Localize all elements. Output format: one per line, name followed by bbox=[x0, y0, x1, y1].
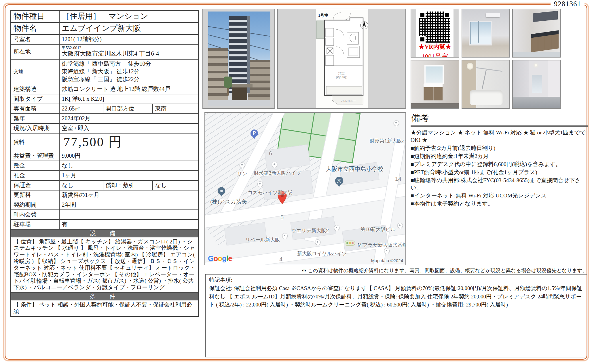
remark-line: ■プレミアデスク代の中に登録料6,600円(税込)を含みます。 bbox=[411, 161, 588, 168]
table-row: 賃料 77,500 円 bbox=[11, 133, 199, 151]
row-value: 新賃料の1ヶ月 bbox=[59, 190, 199, 200]
range-hood bbox=[533, 11, 558, 22]
room-photo-panel bbox=[462, 9, 510, 58]
table-row: 号室名 1201( 12階部分) bbox=[11, 35, 199, 44]
property-table: 物件種目 ［住居用］ マンション 物件名 エムブイインプ新大阪 号室名 1201… bbox=[10, 10, 199, 317]
table-row: 間取タイプ 1K[ 洋6.1 x K2.0] bbox=[11, 94, 199, 104]
row-value: 空室 / 即入 bbox=[59, 123, 199, 133]
map-label: 5 bbox=[280, 214, 284, 221]
map-label: 14 bbox=[395, 176, 401, 182]
remark-line: ■解約予告:2カ月前(退去時日割り) bbox=[411, 144, 588, 152]
map-label: M’プラザ新大阪弐番館 bbox=[358, 242, 406, 248]
floor-plan-panel: 1号室 MB bbox=[277, 9, 406, 109]
access-line: 御堂筋線「 西中島南方」 徒歩10分 bbox=[62, 60, 196, 68]
map-label: 財形第3新大阪ハイツ bbox=[254, 170, 301, 176]
table-row: 礼金 1ヶ月 bbox=[11, 171, 199, 180]
window-sash bbox=[478, 21, 479, 43]
table-row: 物件種目 ［住居用］ マンション bbox=[11, 10, 199, 22]
row-label: 保証金 bbox=[11, 180, 59, 190]
hallway-photo-panel bbox=[512, 60, 561, 109]
map-label: 4 bbox=[279, 256, 282, 263]
table-row: 建築構造 鉄筋コンクリート 造 地上12階 総戸数44戸 bbox=[11, 84, 199, 94]
access-line: 阪急宝塚線「 三国」 徒歩22分 bbox=[62, 75, 196, 83]
row-label: 間取タイプ bbox=[11, 94, 59, 104]
remark-line: ■本物件は電子契約となります。 bbox=[411, 200, 588, 207]
row-value: 2024年02月 bbox=[59, 114, 199, 123]
special-notes-text: 保証会社: 保証会社利用必須 Casa ※CASAからの審査になります【 CAS… bbox=[209, 284, 583, 309]
remark-line: ■インターネット:無料 Wi-Fi 対応 UCOM光レジデンス bbox=[411, 192, 588, 199]
qr-finder bbox=[444, 12, 450, 18]
row-label: 敷金 bbox=[11, 161, 59, 171]
table-row: 敷金 なし bbox=[11, 161, 199, 171]
row-sub-label: 償却・敷引 bbox=[103, 180, 153, 190]
floor-plan-unit-label: 1号室 bbox=[318, 13, 328, 18]
row-value: なし bbox=[59, 180, 103, 190]
row-value: 1201( 12階部分) bbox=[59, 35, 199, 44]
shower-hose bbox=[482, 70, 487, 89]
disclaimer-note: ※ この資料は物件の概略紹介資料になります。写真、間取図面、設備、概要などが現況… bbox=[301, 267, 587, 274]
rent-value: 77,500 円 bbox=[59, 133, 199, 151]
table-row: 専有面積 22.65㎡ 開口部方位 東南 bbox=[11, 104, 199, 114]
kitchen-photo bbox=[513, 9, 560, 57]
vanity-cabinet bbox=[424, 87, 443, 100]
row-value: 22.65㎡ bbox=[59, 104, 103, 114]
conditions-text: 【 条件】 ペット 相談・外国人契約可能・保証人不要・保証会社利用必須 bbox=[11, 300, 199, 316]
row-label: 築年 bbox=[11, 114, 59, 123]
window bbox=[469, 21, 492, 45]
row-value: 有 bbox=[59, 220, 199, 229]
remark-line: ■PET飼育時:小型犬or猫 1匹まで(礼金1ヶ月プラス) bbox=[411, 169, 588, 176]
row-label: 礼金 bbox=[11, 171, 59, 180]
table-row: 物件名 エムブイインプ新大阪 bbox=[11, 22, 199, 35]
table-row: 所在地 〒532-0012 大阪府大阪市淀川区木川東4 丁目6-4 bbox=[11, 44, 199, 59]
row-label: 賃料 bbox=[11, 133, 59, 151]
row-label: 専有面積 bbox=[11, 104, 59, 114]
map-label: (株)アスカ装美 bbox=[210, 198, 247, 205]
poi-pin bbox=[334, 225, 339, 230]
equipment-header-row: 設 備 bbox=[11, 229, 199, 237]
hallway-photo bbox=[513, 60, 560, 108]
map-label: ヴエリテ新大阪2 bbox=[291, 227, 329, 234]
map-label: サン bbox=[237, 170, 247, 177]
remark-line: ■短期解約違約金:1年未満2カ月 bbox=[411, 153, 588, 160]
location-map: P 文 財形第1新大阪ハイツ 6 サン 財形第3新大阪ハイツ 大阪市立西中島小学… bbox=[204, 112, 406, 265]
hallway-floor bbox=[513, 97, 560, 108]
row-label: 物件名 bbox=[11, 22, 59, 35]
tree bbox=[224, 77, 232, 96]
row-value: なし bbox=[59, 161, 199, 171]
conditions-section-header: 条 件 bbox=[11, 292, 199, 300]
special-notes-box: 特記事項: 保証会社: 保証会社利用必須 Casa ※CASAからの審査になりま… bbox=[205, 274, 587, 357]
photo-grid: ★VR内覧★ 1001号室 bbox=[411, 9, 561, 109]
school-icon: 文 bbox=[335, 177, 343, 185]
bathroom-light bbox=[467, 63, 473, 69]
map-label: 財形第1新大阪ハイツ bbox=[370, 138, 406, 144]
table-row: 契約期間 2年間 bbox=[11, 200, 199, 210]
row-label: 建築構造 bbox=[11, 84, 59, 94]
row-value: 御堂筋線「 西中島南方」 徒歩10分 東海道線「 新大阪」 徒歩12分 阪急宝塚… bbox=[59, 59, 199, 84]
poi-pin bbox=[272, 162, 277, 167]
floor-plan-drawing: 1号室 MB bbox=[316, 9, 368, 108]
table-row: 交通 御堂筋線「 西中島南方」 徒歩10分 東海道線「 新大阪」 徒歩12分 阪… bbox=[11, 59, 199, 84]
qr-finder bbox=[419, 36, 426, 43]
row-sub-value: 東南 bbox=[153, 104, 199, 114]
row-label: 更新料 bbox=[11, 190, 59, 200]
poi-pin bbox=[315, 239, 320, 245]
row-value: 1ヶ月 bbox=[59, 171, 199, 180]
row-sub-label: 開口部方位 bbox=[103, 104, 153, 114]
vr-qr-panel: ★VR内覧★ 1001号室 bbox=[411, 9, 459, 58]
vanity-photo-panel bbox=[411, 60, 459, 109]
qr-panel-paper: ★VR内覧★ 1001号室 bbox=[416, 9, 454, 57]
google-logo: Google bbox=[208, 254, 232, 263]
map-label: 第10新大阪ビル bbox=[360, 226, 396, 233]
table-row: 町内会費 bbox=[11, 210, 199, 220]
kitchen-floor bbox=[513, 52, 560, 57]
traffic-light-icon bbox=[345, 241, 355, 246]
vr-room-caption: 1001号室 bbox=[422, 52, 448, 58]
map-label: リベール新大阪 bbox=[245, 237, 280, 243]
table-row: 更新料 新賃料の1ヶ月 bbox=[11, 190, 199, 200]
row-label: 号室名 bbox=[11, 35, 59, 44]
sheet-number: 9281361 bbox=[551, 0, 585, 8]
row-label: 駐車場 bbox=[11, 220, 59, 229]
remarks-section: 備考 ★分譲マンション ★ ネット 無料 Wi-Fi 対応 ★ 猫 or 小型犬… bbox=[411, 112, 588, 207]
row-label: 所在地 bbox=[11, 44, 59, 59]
vanity-basin bbox=[424, 83, 443, 87]
